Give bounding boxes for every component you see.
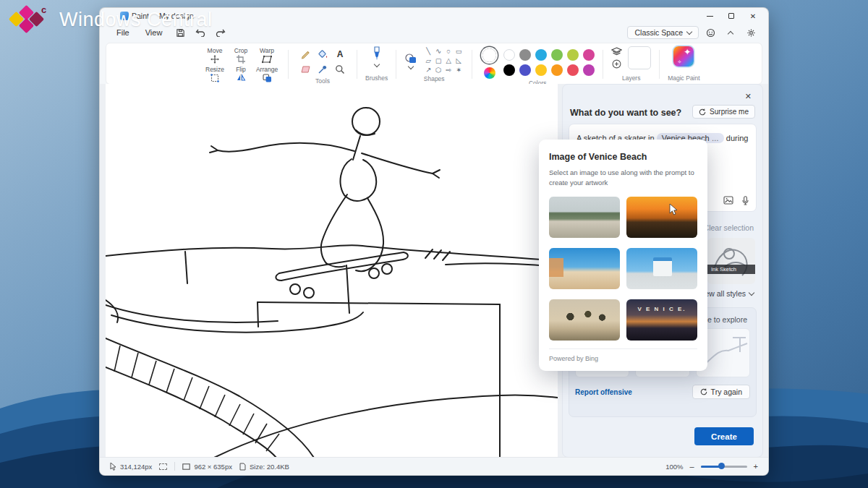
report-offensive-link[interactable]: Report offensive	[575, 388, 632, 396]
chevron-up-icon	[728, 30, 733, 36]
style-preset-dropdown[interactable]: Classic Space	[627, 26, 699, 39]
shape-option[interactable]: ▱	[426, 57, 431, 64]
color-swatch[interactable]	[583, 49, 595, 61]
canvas-dimensions: 962 × 635px	[182, 463, 232, 471]
redo-button[interactable]	[212, 26, 229, 39]
shape-option[interactable]: △	[446, 57, 451, 64]
building-shape	[549, 258, 563, 277]
popup-thumbnail-lifeguard-tower[interactable]	[626, 248, 697, 289]
magic-paint-button[interactable]: ✦ ✧	[673, 46, 694, 67]
color-swatch[interactable]	[551, 49, 563, 61]
shape-option[interactable]: ◺	[456, 57, 461, 64]
create-button[interactable]: Create	[694, 427, 754, 445]
statusbar: 314,124px 962 × 635px Size: 20.4KB 100% …	[100, 457, 768, 475]
eraser-icon	[300, 65, 311, 74]
shape-option[interactable]: ⬡	[435, 67, 441, 74]
flip-icon	[237, 74, 246, 82]
magnifier-tool[interactable]	[335, 64, 345, 74]
color-swatch[interactable]	[583, 64, 595, 76]
shapes-button[interactable]	[404, 53, 417, 69]
popup-thumbnail-boardwalk[interactable]	[549, 248, 620, 289]
shape-option[interactable]: ▢	[435, 57, 442, 64]
shape-option[interactable]: ↗	[425, 67, 431, 74]
eyedropper-tool[interactable]	[318, 64, 328, 74]
close-button[interactable]: ✕	[742, 9, 764, 23]
fill-tool[interactable]	[318, 49, 328, 59]
shape-option[interactable]: ✶	[456, 67, 461, 74]
shape-option[interactable]: ▭	[456, 48, 462, 55]
tools-group: A Tools	[297, 46, 349, 82]
minimize-icon	[707, 16, 713, 17]
microphone-icon[interactable]	[742, 196, 749, 205]
try-again-button[interactable]: Try again	[692, 385, 750, 399]
style-option-ink-sketch[interactable]: Ink Sketch	[707, 238, 755, 284]
color-swatch[interactable]	[519, 64, 531, 76]
warp-button[interactable]: Warp	[254, 46, 280, 64]
popup-thumbnail-venice-sign[interactable]: V E N I C E.	[626, 299, 697, 341]
pencil-tool[interactable]	[300, 49, 310, 59]
arrange-button[interactable]: Arrange	[254, 64, 280, 83]
sparkle-icon: ✦	[684, 47, 691, 57]
minimize-button[interactable]	[699, 9, 720, 23]
shapes-icon	[404, 53, 417, 64]
shape-option[interactable]: ○	[446, 48, 451, 55]
popup-thumbnail-beach-path[interactable]	[549, 197, 620, 238]
text-tool[interactable]: A	[337, 49, 344, 59]
color-swatch[interactable]	[503, 49, 515, 61]
arrange-icon	[263, 74, 272, 82]
palette-row-2	[503, 64, 595, 77]
color-swatch[interactable]	[519, 49, 531, 61]
flip-button[interactable]: Flip	[228, 64, 254, 83]
file-size-value: Size: 20.4KB	[250, 463, 289, 471]
layer-thumbnail[interactable]	[628, 46, 651, 69]
color-swatch[interactable]	[551, 64, 563, 76]
move-button[interactable]: Move	[202, 46, 228, 64]
crop-button[interactable]: Crop	[228, 46, 254, 64]
ribbon-divider	[288, 50, 289, 79]
add-image-icon[interactable]	[723, 196, 733, 205]
shapes-label: Shapes	[424, 74, 445, 82]
gear-icon	[746, 28, 756, 38]
chip-more-icon[interactable]: …	[712, 134, 719, 142]
chevron-down-icon	[408, 63, 414, 69]
popup-thumbnail-skatepark-sunset[interactable]	[626, 197, 697, 238]
windows-central-logo: c	[9, 4, 51, 35]
shape-option[interactable]: ∿	[435, 48, 441, 55]
popup-title: Image of Venice Beach	[549, 152, 697, 162]
drawing-canvas[interactable]	[106, 84, 558, 458]
surprise-me-button[interactable]: Surprise me	[692, 105, 755, 119]
color-swatch[interactable]	[567, 49, 579, 61]
shape-option[interactable]: ╲	[426, 48, 430, 55]
layers-icon[interactable]	[611, 47, 622, 56]
eraser-tool[interactable]	[300, 65, 311, 74]
brushes-button[interactable]	[371, 46, 383, 67]
color-swatch[interactable]	[535, 49, 547, 61]
slider-thumb[interactable]	[718, 463, 725, 469]
chevron-down-icon	[749, 289, 754, 295]
clear-selection-button[interactable]: Clear selection	[704, 223, 754, 232]
palm-trees-shape	[549, 299, 620, 341]
maximize-icon	[728, 13, 734, 19]
color-swatch[interactable]	[567, 64, 579, 76]
maximize-button[interactable]	[720, 9, 742, 23]
resize-button[interactable]: Resize	[202, 64, 228, 83]
color-swatch[interactable]	[535, 64, 547, 76]
brushes-group: Brushes	[365, 46, 388, 82]
collapse-ribbon-button[interactable]	[722, 26, 739, 39]
zoom-out-button[interactable]: –	[689, 462, 694, 471]
zoom-slider[interactable]	[701, 463, 747, 470]
panel-close-button[interactable]: ✕	[741, 90, 755, 103]
cursor-icon	[110, 463, 116, 471]
shape-option[interactable]: ⇨	[446, 67, 451, 74]
sparkle-icon: ✧	[677, 59, 681, 65]
edit-colors-wheel[interactable]	[484, 67, 495, 79]
color-swatch[interactable]	[503, 64, 515, 76]
colors-group: Colors	[480, 46, 595, 82]
add-layer-icon[interactable]	[612, 59, 621, 69]
zoom-in-button[interactable]: +	[754, 462, 758, 471]
palette-row-1	[503, 49, 595, 61]
settings-button[interactable]	[742, 26, 760, 39]
popup-thumbnail-palm-trees[interactable]	[549, 299, 620, 341]
selected-color-swatch[interactable]	[482, 48, 496, 62]
feedback-button[interactable]	[702, 26, 719, 39]
